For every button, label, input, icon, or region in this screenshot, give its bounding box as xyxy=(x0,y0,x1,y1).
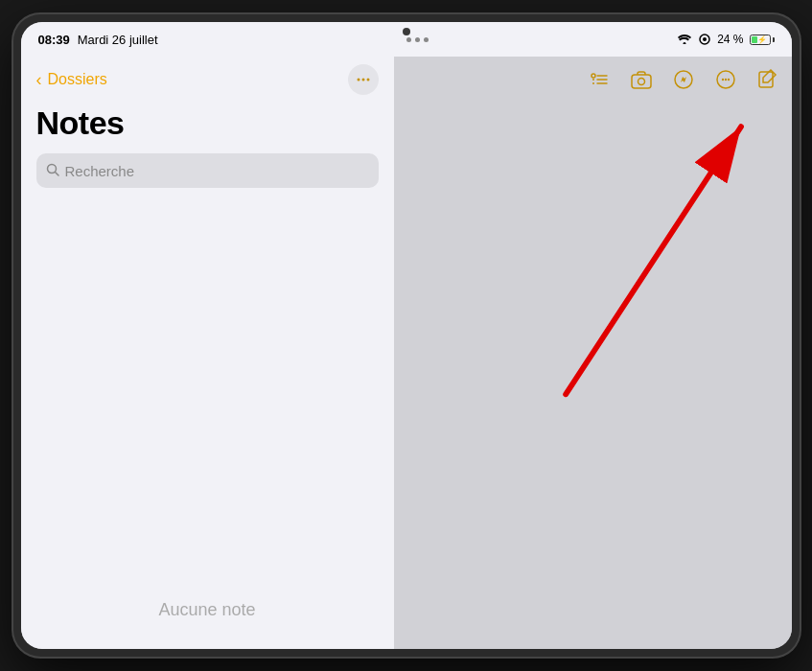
status-left: 08:39 Mardi 26 juillet xyxy=(38,33,158,47)
detail-toolbar-icons xyxy=(589,69,778,90)
location-icon xyxy=(698,34,711,45)
back-button[interactable]: ‹ Dossiers xyxy=(36,70,107,90)
svg-point-19 xyxy=(727,79,729,81)
notes-more-button[interactable] xyxy=(348,64,379,95)
notes-toolbar: ‹ Dossiers xyxy=(21,57,394,103)
notes-panel: ‹ Dossiers Notes xyxy=(21,57,395,649)
svg-point-17 xyxy=(721,79,723,81)
main-content: ‹ Dossiers Notes xyxy=(21,57,792,649)
svg-point-4 xyxy=(366,79,369,81)
search-icon xyxy=(46,163,59,179)
svg-point-2 xyxy=(357,79,360,81)
notes-empty-area: Aucune note xyxy=(21,203,394,649)
svg-rect-13 xyxy=(632,75,651,88)
chevron-left-icon: ‹ xyxy=(36,70,42,90)
status-date: Mardi 26 juillet xyxy=(78,33,158,47)
svg-line-6 xyxy=(55,172,58,175)
status-center xyxy=(406,37,429,42)
svg-point-3 xyxy=(361,79,364,81)
empty-message: Aucune note xyxy=(158,600,255,620)
battery-icon: ⚡ xyxy=(750,35,775,45)
status-right: 24 % ⚡ xyxy=(677,33,774,47)
wifi-icon xyxy=(677,33,692,47)
compose-toolbar-icon[interactable] xyxy=(757,69,778,90)
battery-percent: 24 % xyxy=(717,33,743,46)
back-label: Dossiers xyxy=(48,71,107,88)
status-time: 08:39 xyxy=(38,33,70,47)
detail-panel-inner xyxy=(395,57,792,649)
svg-point-7 xyxy=(592,74,595,78)
battery-tip xyxy=(773,37,775,42)
more-toolbar-icon[interactable] xyxy=(715,69,736,90)
detail-panel xyxy=(395,57,792,649)
search-placeholder: Recherche xyxy=(65,163,135,179)
battery-body: ⚡ xyxy=(750,35,771,45)
svg-point-14 xyxy=(638,79,644,85)
detail-toolbar xyxy=(395,57,792,103)
ipad-frame: 08:39 Mardi 26 juillet xyxy=(13,14,800,657)
camera-dot xyxy=(403,28,410,35)
dot2 xyxy=(415,37,420,42)
notes-title: Notes xyxy=(21,103,394,153)
svg-line-22 xyxy=(566,127,741,394)
svg-point-8 xyxy=(592,79,594,81)
svg-point-18 xyxy=(724,79,726,81)
svg-point-9 xyxy=(592,82,594,84)
checklist-icon[interactable] xyxy=(589,69,610,90)
camera-toolbar-icon[interactable] xyxy=(631,70,652,89)
svg-point-1 xyxy=(703,37,707,41)
ipad-screen: 08:39 Mardi 26 juillet xyxy=(21,22,792,649)
search-bar[interactable]: Recherche xyxy=(36,153,379,188)
dot3 xyxy=(424,37,429,42)
dot1 xyxy=(406,37,411,42)
compass-toolbar-icon[interactable] xyxy=(673,69,694,90)
arrow-annotation xyxy=(395,57,792,649)
lightning-icon: ⚡ xyxy=(757,35,767,44)
